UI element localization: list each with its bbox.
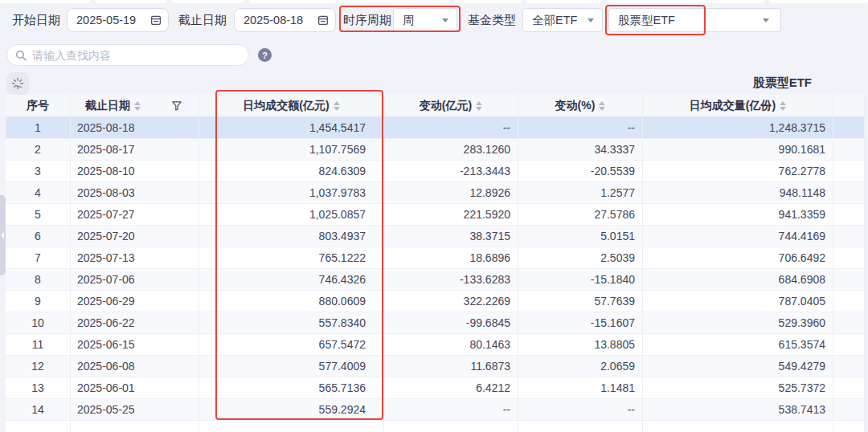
cell-change-pct: 5.0151 bbox=[518, 226, 643, 247]
cell-filler bbox=[833, 247, 865, 269]
loading-spinner-icon bbox=[11, 77, 24, 90]
end-date-input[interactable]: 2025-08-18 bbox=[234, 8, 336, 32]
cell-change-pct: 34.3337 bbox=[518, 139, 643, 161]
cell-end-date: 2025-08-18 bbox=[71, 117, 199, 139]
cell-index: 7 bbox=[6, 247, 71, 269]
table-row[interactable]: 9 2025-06-29 880.0609 322.2269 57.7639 7… bbox=[6, 291, 865, 312]
cell-change-pct: 1.1481 bbox=[518, 377, 643, 399]
help-icon[interactable]: ? bbox=[258, 48, 272, 62]
period-value: 周 bbox=[403, 13, 415, 28]
cell-change-value: -133.6283 bbox=[384, 269, 518, 291]
cell-filler bbox=[833, 334, 865, 356]
table-header-row: 序号 截止日期 日均成交额(亿元) 变动(亿元) 变动(%) bbox=[6, 95, 865, 117]
table-row[interactable]: 10 2025-06-22 557.8340 -99.6845 -15.1607… bbox=[6, 312, 865, 334]
table-row[interactable]: 14 2025-05-25 559.2924 -- -- 538.7413 bbox=[6, 399, 865, 421]
cell-avg-volume: 787.0405 bbox=[643, 291, 833, 312]
table-row[interactable]: 3 2025-08-10 824.6309 -213.3443 -20.5539… bbox=[6, 161, 865, 182]
cell-change-pct: -15.1840 bbox=[518, 269, 643, 291]
table-row[interactable]: 7 2025-07-13 765.1222 18.6896 2.5039 706… bbox=[6, 247, 865, 269]
cell-change-pct: 27.5786 bbox=[518, 204, 643, 226]
cell-end-date: 2025-08-03 bbox=[71, 182, 199, 204]
cell-avg-volume: 706.6492 bbox=[643, 247, 833, 269]
cell-avg-volume: 948.1148 bbox=[643, 182, 833, 204]
cell-avg-turnover: 746.4326 bbox=[199, 269, 384, 291]
top-cutoff-strip bbox=[0, 0, 868, 3]
period-select[interactable]: 周 bbox=[393, 8, 457, 32]
cell-avg-turnover: 1,107.7569 bbox=[199, 139, 384, 161]
cell-filler bbox=[833, 139, 865, 161]
cell-end-date: 2025-06-15 bbox=[71, 334, 199, 356]
cell-change-value: 38.3715 bbox=[384, 226, 518, 247]
table-row[interactable]: 13 2025-06-01 565.7136 6.4212 1.1481 525… bbox=[6, 377, 865, 399]
search-input[interactable] bbox=[32, 49, 240, 62]
cell-avg-volume: 762.2778 bbox=[643, 161, 833, 182]
search-icon bbox=[15, 50, 27, 61]
cell-change-pct: -- bbox=[518, 399, 643, 421]
calendar-icon bbox=[150, 14, 162, 26]
search-box[interactable] bbox=[6, 44, 249, 66]
cell-change-pct: 2.0659 bbox=[518, 356, 643, 377]
cell-index: 11 bbox=[6, 334, 71, 356]
cell-filler bbox=[833, 312, 865, 334]
cell-avg-volume: 538.7413 bbox=[643, 399, 833, 421]
start-date-label: 开始日期 bbox=[12, 8, 60, 32]
cell-index: 12 bbox=[6, 356, 71, 377]
column-header-end-date[interactable]: 截止日期 bbox=[71, 95, 199, 116]
column-header-change-pct[interactable]: 变动(%) bbox=[518, 95, 643, 116]
cell-filler bbox=[833, 161, 865, 182]
etf-turnover-screen: 开始日期 2025-05-19 截止日期 2025-08-18 时序周期 周 基… bbox=[0, 0, 868, 432]
etf-type-select[interactable]: 股票型ETF bbox=[608, 8, 781, 32]
cell-change-pct: 2.5039 bbox=[518, 247, 643, 269]
cell-change-value: 6.4212 bbox=[384, 377, 518, 399]
table-title: 股票型ETF bbox=[753, 75, 812, 91]
table-row[interactable]: 4 2025-08-03 1,037.9783 12.8926 1.2577 9… bbox=[6, 182, 865, 204]
table-row[interactable]: 5 2025-07-27 1,025.0857 221.5920 27.5786… bbox=[6, 204, 865, 226]
sort-icon[interactable] bbox=[334, 101, 340, 111]
cell-change-pct: -15.1607 bbox=[518, 312, 643, 334]
table-row[interactable]: 11 2025-06-15 657.5472 80.1463 13.8805 6… bbox=[6, 334, 865, 356]
sort-icon[interactable] bbox=[134, 101, 141, 111]
sort-icon[interactable] bbox=[476, 101, 482, 111]
cell-end-date: 2025-06-08 bbox=[71, 356, 199, 377]
cell-end-date: 2025-08-17 bbox=[71, 139, 199, 161]
cell-avg-volume: 684.6908 bbox=[643, 269, 833, 291]
data-table: 序号 截止日期 日均成交额(亿元) 变动(亿元) 变动(%) bbox=[6, 95, 865, 432]
fund-type-select[interactable]: 全部ETF bbox=[522, 8, 603, 32]
table-row[interactable]: 6 2025-07-20 803.4937 38.3715 5.0151 744… bbox=[6, 226, 865, 247]
period-label: 时序周期 bbox=[343, 8, 391, 32]
cell-filler bbox=[833, 356, 865, 377]
column-header-change-value[interactable]: 变动(亿元) bbox=[384, 95, 518, 116]
cell-filler bbox=[833, 399, 865, 421]
cell-index: 3 bbox=[6, 161, 71, 182]
filter-icon[interactable] bbox=[171, 100, 182, 112]
cell-change-pct: -20.5539 bbox=[518, 161, 643, 182]
cell-avg-turnover: 1,037.9783 bbox=[199, 182, 384, 204]
cell-index: 5 bbox=[6, 204, 71, 226]
cell-end-date: 2025-07-20 bbox=[71, 226, 199, 247]
drawer-collapse-handle[interactable] bbox=[0, 195, 6, 275]
cell-end-date: 2025-05-25 bbox=[71, 399, 199, 421]
cell-end-date: 2025-07-13 bbox=[71, 247, 199, 269]
cell-end-date: 2025-07-06 bbox=[71, 269, 199, 291]
table-row[interactable]: 12 2025-06-08 577.4009 11.6873 2.0659 54… bbox=[6, 356, 865, 377]
sort-icon[interactable] bbox=[780, 101, 786, 111]
column-header-avg-volume[interactable]: 日均成交量(亿份) bbox=[643, 95, 833, 116]
end-date-value: 2025-08-18 bbox=[244, 14, 303, 26]
table-row[interactable]: 2 2025-08-17 1,107.7569 283.1260 34.3337… bbox=[6, 139, 865, 161]
loading-spinner-button[interactable] bbox=[6, 72, 29, 95]
cell-change-value: -99.6845 bbox=[384, 312, 518, 334]
cell-avg-volume: 529.3960 bbox=[643, 312, 833, 334]
cell-change-value: 18.6896 bbox=[384, 247, 518, 269]
start-date-value: 2025-05-19 bbox=[76, 14, 136, 26]
table-row[interactable]: 8 2025-07-06 746.4326 -133.6283 -15.1840… bbox=[6, 269, 865, 291]
cell-avg-turnover: 559.2924 bbox=[199, 399, 384, 421]
etf-type-value: 股票型ETF bbox=[618, 13, 675, 28]
table-row[interactable]: 1 2025-08-18 1,454.5417 -- -- 1,248.3715 bbox=[6, 117, 865, 139]
cell-filler bbox=[833, 204, 865, 226]
table-empty-row bbox=[6, 421, 865, 432]
cell-change-value: -213.3443 bbox=[384, 161, 518, 182]
column-header-avg-turnover[interactable]: 日均成交额(亿元) bbox=[199, 95, 384, 116]
fund-type-label: 基金类型 bbox=[468, 8, 516, 32]
sort-icon[interactable] bbox=[599, 101, 605, 111]
start-date-input[interactable]: 2025-05-19 bbox=[67, 8, 169, 32]
